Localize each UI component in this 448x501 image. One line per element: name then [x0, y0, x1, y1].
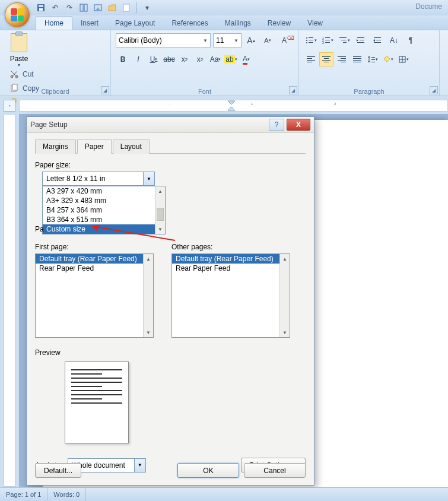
line-spacing-button[interactable]: ▾: [366, 52, 380, 66]
shading-button[interactable]: ▾: [381, 52, 395, 66]
increase-indent-button[interactable]: [370, 33, 385, 47]
decrease-indent-button[interactable]: [354, 33, 368, 47]
svg-rect-38: [322, 56, 331, 57]
first-page-label: First page:: [35, 243, 154, 251]
underline-button[interactable]: U▾: [147, 52, 161, 66]
paper-size-option[interactable]: A3+ 329 x 483 mm: [43, 196, 165, 205]
paper-size-option-selected[interactable]: Custom size: [43, 224, 165, 234]
dialog-help-button[interactable]: ?: [269, 119, 284, 131]
chevron-down-icon[interactable]: ▼: [143, 172, 154, 185]
dialog-close-button[interactable]: X: [287, 119, 310, 131]
superscript-button[interactable]: x2: [193, 52, 207, 66]
align-center-button[interactable]: [319, 52, 333, 66]
tab-review[interactable]: Review: [259, 17, 299, 30]
multilevel-list-button[interactable]: ▾: [337, 33, 351, 47]
status-page[interactable]: Page: 1 of 1: [0, 488, 47, 501]
tab-home[interactable]: Home: [36, 16, 72, 30]
paragraph-launcher[interactable]: ◢: [430, 86, 438, 94]
qat-customize-dropdown[interactable]: ▾: [142, 2, 152, 13]
tab-references[interactable]: References: [163, 17, 216, 30]
align-left-button[interactable]: [304, 52, 318, 66]
list-scrollbar[interactable]: ▲ ▼: [279, 254, 290, 337]
align-right-button[interactable]: [335, 52, 349, 66]
dropdown-scrollbar[interactable]: ▲ ▼: [155, 186, 165, 234]
scroll-down-icon[interactable]: ▼: [144, 328, 153, 337]
horizontal-ruler[interactable]: · 1 2: [19, 100, 448, 112]
first-page-tray-list[interactable]: Default tray (Rear Paper Feed) Rear Pape…: [35, 253, 154, 338]
bold-button[interactable]: B: [116, 52, 130, 66]
paper-size-dropdown-list[interactable]: A3 297 x 420 mm A3+ 329 x 483 mm B4 257 …: [42, 186, 166, 234]
scroll-down-icon[interactable]: ▼: [280, 328, 290, 337]
list-scrollbar[interactable]: ▲ ▼: [143, 254, 153, 337]
paste-button[interactable]: Paste ▼: [5, 33, 33, 68]
qat-open-icon[interactable]: [107, 2, 117, 13]
scroll-up-icon[interactable]: ▲: [155, 186, 165, 196]
dlg-tab-layout[interactable]: Layout: [113, 139, 150, 154]
paper-size-option[interactable]: A3 297 x 420 mm: [43, 186, 165, 196]
bullets-button[interactable]: ▾: [304, 33, 318, 47]
font-launcher[interactable]: ◢: [289, 86, 297, 94]
vertical-ruler[interactable]: [4, 114, 15, 487]
font-size-combo[interactable]: 11 ▼: [213, 33, 242, 47]
tab-view[interactable]: View: [299, 17, 331, 30]
list-item[interactable]: Default tray (Rear Paper Feed): [172, 254, 290, 264]
svg-rect-27: [343, 42, 347, 43]
font-color-button[interactable]: A▾: [239, 52, 253, 66]
tab-mailings[interactable]: Mailings: [217, 17, 259, 30]
highlight-button[interactable]: ab▾: [224, 52, 238, 66]
numbering-button[interactable]: 123▾: [320, 33, 335, 47]
dialog-titlebar[interactable]: Page Setup ? X: [27, 117, 314, 133]
change-case-button[interactable]: Aa▾: [208, 52, 223, 66]
font-name-combo[interactable]: Calibri (Body) ▼: [116, 33, 211, 47]
ok-button[interactable]: OK: [177, 463, 239, 478]
ruler-corner[interactable]: ▫: [4, 100, 15, 112]
italic-button[interactable]: I: [131, 52, 145, 66]
scroll-down-icon[interactable]: ▼: [155, 224, 165, 234]
scroll-up-icon[interactable]: ▲: [280, 254, 290, 264]
paper-size-option[interactable]: B3 364 x 515 mm: [43, 215, 165, 224]
list-item[interactable]: Rear Paper Feed: [172, 264, 290, 273]
scroll-thumb[interactable]: [157, 208, 164, 221]
tab-page-layout[interactable]: Page Layout: [107, 17, 163, 30]
qat-icon-2[interactable]: [93, 2, 103, 13]
svg-point-13: [306, 37, 307, 39]
qat-new-icon[interactable]: [121, 2, 132, 13]
clear-formatting-button[interactable]: A⌫: [277, 33, 291, 47]
scroll-up-icon[interactable]: ▲: [144, 254, 153, 264]
office-logo-icon: [11, 8, 24, 21]
list-item[interactable]: Default tray (Rear Paper Feed): [36, 254, 153, 264]
borders-button[interactable]: ▾: [396, 52, 411, 66]
clipboard-launcher[interactable]: ◢: [101, 86, 109, 94]
svg-rect-2: [39, 8, 43, 11]
cut-button[interactable]: Cut: [7, 68, 106, 81]
status-words[interactable]: Words: 0: [47, 488, 86, 501]
dlg-tab-paper[interactable]: Paper: [77, 139, 112, 154]
dlg-tab-margins[interactable]: Margins: [35, 139, 76, 154]
ribbon: Paste ▼ Cut Copy Format Painter Clipboar…: [0, 30, 448, 96]
qat-redo-icon[interactable]: ↷: [64, 2, 75, 13]
svg-rect-39: [324, 58, 329, 59]
indent-marker-icon[interactable]: [227, 100, 236, 111]
grow-font-button[interactable]: A▴: [244, 33, 258, 47]
qat-save-icon[interactable]: [36, 2, 46, 13]
shrink-font-button[interactable]: A▾: [260, 33, 275, 47]
other-pages-label: Other pages:: [171, 243, 290, 251]
qat-icon-1[interactable]: [78, 2, 89, 13]
dialog-title: Page Setup: [30, 121, 269, 129]
cancel-button[interactable]: Cancel: [244, 463, 306, 478]
paper-size-combo[interactable]: Letter 8 1/2 x 11 in ▼: [42, 172, 155, 186]
sort-button[interactable]: A↓: [387, 33, 401, 47]
strikethrough-button[interactable]: abc: [162, 52, 176, 66]
default-button[interactable]: Default...: [35, 463, 81, 478]
paper-size-option[interactable]: B4 257 x 364 mm: [43, 205, 165, 215]
subscript-button[interactable]: x2: [177, 52, 192, 66]
font-name-value: Calibri (Body): [119, 36, 162, 45]
tab-insert[interactable]: Insert: [72, 17, 107, 30]
qat-undo-icon[interactable]: ↶: [50, 2, 61, 13]
list-item[interactable]: Rear Paper Feed: [36, 264, 153, 273]
office-button[interactable]: [5, 2, 30, 27]
group-paragraph: ▾ 123▾ ▾ A↓ ¶: [299, 30, 440, 96]
justify-button[interactable]: [350, 52, 364, 66]
show-marks-button[interactable]: ¶: [403, 33, 418, 47]
other-pages-tray-list[interactable]: Default tray (Rear Paper Feed) Rear Pape…: [171, 253, 290, 338]
